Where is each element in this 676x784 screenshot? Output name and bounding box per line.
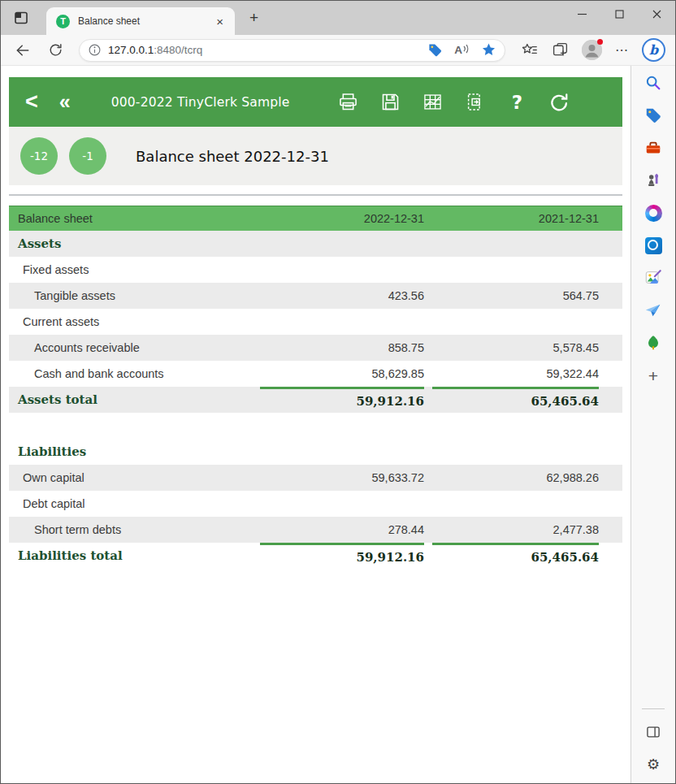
table-header-row: Balance sheet 2022-12-31 2021-12-31 — [9, 206, 622, 231]
table-row: Fixed assets — [9, 257, 622, 283]
section-divider — [9, 194, 622, 196]
row-label: Assets — [9, 236, 260, 251]
row-label: Debt capital — [9, 497, 260, 510]
row-value-2022: 59,633.72 — [260, 471, 424, 484]
balance-sheet-table: Balance sheet 2022-12-31 2021-12-31 Asse… — [9, 206, 622, 569]
row-value-2022: 278.44 — [260, 523, 424, 536]
row-value-2021: 65,465.64 — [432, 543, 599, 569]
row-value-2022: 423.56 — [260, 289, 424, 302]
search-icon[interactable] — [644, 73, 663, 93]
shopping-tag-icon[interactable] — [427, 42, 443, 58]
row-value-2021: 564.75 — [432, 289, 599, 302]
tree-icon[interactable] — [644, 333, 663, 353]
chart-icon[interactable] — [422, 91, 444, 113]
row-label: Tangible assets — [9, 289, 260, 302]
row-value-2022: 58,629.85 — [260, 367, 424, 380]
row-value-2021: 5,578.45 — [432, 341, 599, 354]
app-toolbar: < « 000-2022 TinyClerk Sample — [9, 77, 622, 127]
browser-toolbar: 127.0.0.1:8480/tcrq A ⋯ b — [1, 35, 675, 66]
minimize-button[interactable] — [563, 1, 600, 27]
period-back-12-button[interactable]: -12 — [20, 137, 58, 175]
sidebar-bottom: ⚙ — [631, 708, 675, 774]
page-content: < « 000-2022 TinyClerk Sample — [1, 66, 630, 784]
read-aloud-icon[interactable]: A — [454, 44, 470, 56]
row-value-2021: 62,988.26 — [432, 471, 599, 484]
edge-sidebar: + ⚙ — [630, 66, 675, 784]
table-row: Cash and bank accounts58,629.8559,322.44 — [9, 361, 622, 387]
profile-notification-dot — [597, 39, 603, 45]
tab-title: Balance sheet — [78, 15, 213, 27]
table-row: Assets — [9, 231, 622, 257]
maximize-button[interactable] — [600, 1, 638, 27]
row-value-2022: 59,912.16 — [260, 387, 424, 413]
games-chess-icon[interactable] — [644, 171, 663, 190]
settings-more-icon[interactable]: ⋯ — [615, 42, 629, 58]
row-label: Own capital — [9, 471, 260, 484]
site-info-icon[interactable] — [88, 43, 102, 57]
shopping-icon[interactable] — [644, 106, 663, 125]
export-icon[interactable] — [464, 91, 486, 113]
refresh-icon[interactable] — [46, 41, 64, 59]
table-row: Current assets — [9, 309, 622, 335]
add-sidebar-item-icon[interactable]: + — [644, 366, 663, 385]
favorites-icon[interactable] — [520, 41, 538, 59]
report-title: Balance sheet 2022-12-31 — [136, 148, 329, 165]
new-tab-button[interactable]: + — [249, 10, 258, 25]
sidebar-divider — [642, 708, 665, 709]
browser-window: T Balance sheet × + 127.0.0.1:8480/tcr — [0, 0, 676, 784]
row-label: Accounts receivable — [9, 341, 260, 354]
outlook-icon[interactable] — [644, 236, 663, 255]
table-spacer-row — [9, 413, 622, 439]
titlebar: T Balance sheet × + — [1, 1, 675, 35]
company-title: 000-2022 TinyClerk Sample — [111, 95, 290, 110]
browser-tab[interactable]: T Balance sheet × — [46, 7, 235, 35]
tab-close-icon[interactable]: × — [213, 15, 227, 28]
designer-image-icon[interactable] — [644, 268, 663, 288]
table-header-2021: 2021-12-31 — [432, 212, 599, 225]
tab-favicon: T — [56, 15, 70, 28]
table-row: Accounts receivable858.755,578.45 — [9, 335, 622, 361]
row-label: Liabilities total — [9, 548, 260, 563]
paper-plane-icon[interactable] — [644, 301, 663, 320]
copilot-icon[interactable]: b — [642, 38, 665, 62]
collections-icon[interactable] — [551, 41, 569, 59]
url-host: 127.0.0.1 — [108, 44, 154, 56]
table-header-2022: 2022-12-31 — [260, 212, 424, 225]
table-row: Liabilities — [9, 439, 622, 465]
table-row: Own capital59,633.7262,988.26 — [9, 465, 622, 491]
window-controls — [563, 1, 675, 27]
row-value-2021: 59,322.44 — [432, 367, 599, 380]
period-back-1-button[interactable]: -1 — [69, 137, 106, 175]
row-label: Assets total — [9, 392, 260, 407]
sidebar-toggle-icon[interactable] — [644, 722, 663, 742]
app-collapse-icon[interactable]: « — [59, 92, 71, 112]
row-label: Cash and bank accounts — [9, 367, 260, 380]
table-row: Tangible assets423.56564.75 — [9, 283, 622, 309]
table-row: Short term debts278.442,477.38 — [9, 517, 622, 543]
url-text: 127.0.0.1:8480/tcrq — [108, 44, 202, 56]
back-icon[interactable] — [14, 41, 32, 59]
app-back-icon[interactable]: < — [25, 91, 38, 113]
app-toolbar-actions: ? — [337, 91, 570, 113]
print-icon[interactable] — [337, 91, 359, 113]
tab-actions-menu-icon[interactable] — [12, 9, 30, 27]
table-row: Assets total59,912.1665,465.64 — [9, 387, 622, 413]
favorite-star-icon[interactable] — [481, 42, 496, 58]
save-icon[interactable] — [379, 91, 401, 113]
row-value-2022: 59,912.16 — [260, 543, 424, 569]
row-value-2022: 858.75 — [260, 341, 424, 354]
microsoft-365-icon[interactable] — [644, 203, 663, 223]
table-row: Debt capital — [9, 491, 622, 517]
help-icon[interactable]: ? — [506, 91, 528, 113]
profile-avatar[interactable] — [582, 40, 602, 60]
reload-icon[interactable] — [548, 91, 570, 113]
sidebar-settings-gear-icon[interactable]: ⚙ — [644, 755, 663, 774]
row-label: Fixed assets — [9, 263, 260, 276]
tools-toolbox-icon[interactable] — [644, 138, 663, 158]
close-window-button[interactable] — [638, 1, 675, 27]
row-value-2021: 65,465.64 — [432, 387, 599, 413]
address-bar-actions: A — [427, 42, 496, 58]
address-bar[interactable]: 127.0.0.1:8480/tcrq A — [79, 39, 505, 62]
report-heading-band: -12 -1 Balance sheet 2022-12-31 — [9, 127, 622, 185]
toolbar-right-icons: ⋯ b — [520, 38, 665, 62]
